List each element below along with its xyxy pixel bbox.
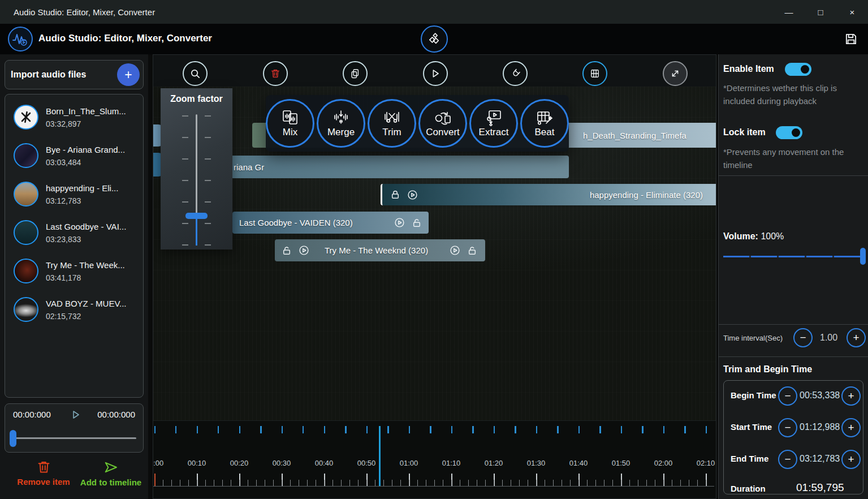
lock-item-toggle[interactable]: [776, 126, 802, 139]
copy-icon: [349, 68, 361, 79]
import-audio-panel: Import audio files +: [5, 60, 144, 89]
clip-tools-panel: Mix Merge Trim: [266, 95, 569, 152]
play-circle-icon[interactable]: [394, 217, 405, 228]
zoom-slider-ticks: [182, 115, 188, 247]
divider: [719, 324, 868, 325]
lock-icon[interactable]: [390, 190, 400, 200]
file-duration: 02:15,732: [46, 312, 127, 321]
time-interval-value: 1.00: [820, 333, 837, 343]
start-time-decrease-button[interactable]: −: [778, 418, 797, 437]
add-file-button[interactable]: +: [117, 63, 140, 86]
lock-open-icon[interactable]: [467, 246, 477, 256]
add-to-timeline-button[interactable]: Add to timeline: [77, 459, 145, 487]
timeline-clip-try-me[interactable]: Try Me - The Weeknd (320): [275, 239, 485, 261]
album-art: [14, 220, 38, 245]
close-button[interactable]: ×: [836, 0, 868, 24]
play-timeline-button[interactable]: [423, 61, 448, 86]
merge-label: Merge: [327, 127, 355, 138]
start-time-increase-button[interactable]: +: [841, 418, 861, 437]
mix-button[interactable]: Mix: [266, 99, 314, 148]
preview-progress-track[interactable]: [13, 437, 136, 439]
interval-decrease-button[interactable]: −: [793, 328, 813, 347]
beat-markers-strip: [154, 426, 714, 433]
list-item[interactable]: happyending - Eli... 03:12,783: [5, 175, 144, 213]
grid-view-button[interactable]: [582, 61, 607, 86]
divider: [719, 175, 868, 176]
list-item[interactable]: Bye - Ariana Grand... 03:03,484: [5, 136, 144, 175]
end-time-decrease-button[interactable]: −: [778, 450, 797, 469]
duplicate-button[interactable]: [343, 61, 368, 86]
expand-fullscreen-button[interactable]: [663, 61, 688, 86]
zoom-search-button[interactable]: [183, 61, 208, 86]
preview-progress-handle[interactable]: [10, 430, 16, 447]
lock-open-icon[interactable]: [282, 246, 292, 256]
beat-label: Beat: [535, 127, 555, 138]
beat-button[interactable]: Beat: [520, 99, 569, 148]
enable-item-toggle[interactable]: [785, 63, 811, 76]
ruler-label: 01:30: [527, 459, 546, 467]
maximize-button[interactable]: □: [805, 0, 836, 24]
merge-button[interactable]: Merge: [317, 99, 365, 148]
effects-sparkle-button[interactable]: [421, 25, 448, 53]
snap-magnet-button[interactable]: [503, 61, 528, 86]
save-button[interactable]: [843, 31, 859, 47]
trim-label: Trim: [382, 127, 401, 138]
file-list: Born_In_The_Slum... 03:32,897 Bye - Aria…: [5, 94, 144, 398]
ruler-label: 02:00: [654, 459, 673, 467]
send-icon: [103, 459, 119, 475]
album-art: [14, 182, 38, 207]
list-item[interactable]: Try Me - The Week... 03:41,178: [5, 252, 144, 290]
play-circle-icon[interactable]: [450, 245, 460, 256]
divider: [719, 356, 868, 357]
volume-slider-track[interactable]: [723, 256, 863, 257]
zoom-factor-label: Zoom factor: [161, 94, 232, 104]
extract-button[interactable]: Extract: [469, 99, 518, 148]
preview-total: 00:00:000: [97, 410, 135, 419]
mix-label: Mix: [283, 127, 297, 138]
begin-time-label: Begin Time: [731, 390, 776, 400]
ruler-label: 00:40: [315, 459, 334, 467]
file-duration: 03:32,897: [46, 119, 126, 128]
ruler-label: 02:10: [697, 459, 715, 467]
beat-icon: [535, 109, 554, 126]
volume-slider-handle[interactable]: [860, 248, 866, 265]
preview-play-button[interactable]: [70, 409, 81, 420]
magnet-icon: [509, 68, 521, 80]
app-window: Audio Studio: Editor, Mixer, Converter —…: [0, 0, 868, 499]
timeline-ruler[interactable]: 00:00 00:10 00:20 00:30 00:40 00:50 01:0…: [153, 420, 716, 499]
grid-icon: [589, 68, 601, 79]
remove-item-button[interactable]: Remove item: [12, 459, 75, 487]
magnifier-icon: [189, 68, 201, 80]
begin-time-increase-button[interactable]: +: [841, 386, 861, 406]
ruler-label: 01:20: [485, 459, 503, 467]
lock-open-icon[interactable]: [412, 218, 422, 228]
list-item[interactable]: Born_In_The_Slum... 03:32,897: [5, 98, 144, 136]
play-circle-icon[interactable]: [407, 190, 418, 200]
ruler-label: 00:20: [230, 459, 249, 467]
minimize-button[interactable]: —: [773, 0, 805, 24]
file-name: Try Me - The Week...: [46, 260, 125, 270]
trim-section-title: Trim and Begin Time: [723, 364, 812, 375]
begin-time-decrease-button[interactable]: −: [778, 386, 797, 406]
timeline-clip-last-goodbye[interactable]: Last Goodbye - VAIDEN (320): [232, 212, 429, 234]
ruler-label: 01:40: [569, 459, 588, 467]
timeline-clip-happyending[interactable]: happyending - Eliminate (320): [381, 184, 716, 205]
list-item[interactable]: Last Goodbye - VAI... 03:23,833: [5, 213, 144, 252]
trim-button[interactable]: Trim: [368, 99, 416, 148]
list-item[interactable]: VAD BOYZ - MUEV... 02:15,732: [5, 290, 144, 329]
file-name: Last Goodbye - VAI...: [46, 222, 126, 231]
delete-clip-button[interactable]: [263, 61, 288, 86]
end-time-increase-button[interactable]: +: [841, 450, 861, 469]
interval-increase-button[interactable]: +: [847, 328, 866, 347]
play-circle-icon[interactable]: [299, 245, 309, 256]
toggle-knob: [801, 65, 809, 74]
timeline-clip-ariana[interactable]: riana Gr: [193, 156, 569, 178]
zoom-slider-fill: [196, 218, 197, 246]
file-name: Bye - Ariana Grand...: [46, 145, 125, 154]
zoom-slider-handle[interactable]: [185, 213, 208, 219]
playhead[interactable]: [379, 426, 381, 486]
toggle-knob: [792, 128, 800, 137]
file-name: Born_In_The_Slum...: [46, 106, 126, 116]
convert-button[interactable]: Convert: [418, 99, 467, 148]
ruler-label: 00:30: [273, 459, 291, 467]
